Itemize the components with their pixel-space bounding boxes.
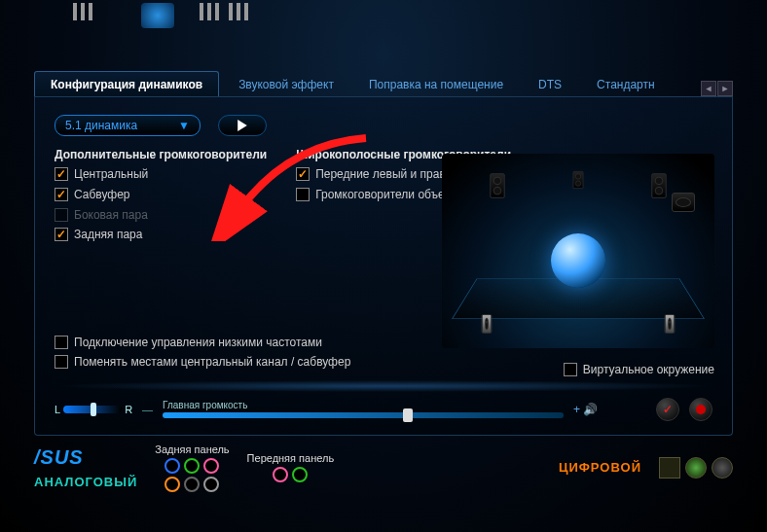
chk-rear-pair[interactable]: Задняя пара — [55, 228, 267, 243]
footer-btn-1[interactable] — [659, 457, 680, 479]
jack-front-green[interactable] — [292, 467, 308, 482]
chk-subwoofer[interactable]: Сабвуфер — [55, 188, 267, 203]
chk-center[interactable]: Центральный — [55, 167, 267, 183]
chk-virtual-surround[interactable]: Виртуальное окружение — [564, 363, 714, 378]
footer-btn-3[interactable] — [712, 457, 733, 479]
mode-analog[interactable]: АНАЛОГОВЫЙ — [34, 475, 137, 489]
asus-logo: /SUS — [34, 446, 137, 469]
balance-slider[interactable]: L R — [55, 404, 132, 415]
dropdown-value: 5.1 динамика — [65, 119, 137, 132]
tab-default[interactable]: Стандартн — [581, 72, 671, 96]
mode-digital[interactable]: ЦИФРОВОЙ — [559, 460, 641, 475]
tab-bar: Конфигурация динамиков Звуковой эффект П… — [34, 71, 733, 97]
jack-rear-blue[interactable] — [164, 458, 180, 474]
apply-button[interactable] — [656, 398, 679, 421]
chk-side-pair: Боковая пара — [55, 208, 267, 224]
tab-scroll-left[interactable]: ◄ — [701, 81, 716, 96]
additional-speakers-heading: Дополнительные громкоговорители — [55, 148, 267, 161]
viz-listener-orb — [551, 233, 605, 288]
tab-dts[interactable]: DTS — [523, 72, 577, 96]
tab-sound-effect[interactable]: Звуковой эффект — [223, 72, 349, 96]
main-volume-label: Главная громкость — [163, 400, 564, 410]
speaker-config-dropdown[interactable]: 5.1 динамика ▼ — [55, 115, 201, 136]
front-panel-label: Передняя панель — [247, 452, 335, 464]
settings-button[interactable] — [689, 398, 712, 421]
play-test-button[interactable] — [218, 115, 267, 136]
rear-panel-label: Задняя панель — [155, 443, 229, 455]
tab-speaker-config[interactable]: Конфигурация динамиков — [34, 71, 219, 96]
main-volume-slider[interactable] — [163, 412, 564, 418]
viz-speaker-front-right[interactable] — [651, 173, 666, 198]
footer-btn-2[interactable] — [685, 457, 707, 479]
viz-speaker-center[interactable] — [573, 171, 584, 189]
viz-speaker-rear-right[interactable] — [665, 314, 676, 334]
footer: /SUS АНАЛОГОВЫЙ Задняя панель Передняя п… — [34, 443, 733, 502]
tab-scroll-right[interactable]: ► — [717, 81, 733, 96]
main-panel: 5.1 динамика ▼ Дополнительные громкогово… — [34, 97, 733, 436]
viz-speaker-front-left[interactable] — [490, 173, 504, 198]
speaker-visualization — [442, 154, 714, 348]
viz-speaker-subwoofer[interactable] — [672, 193, 695, 212]
jack-rear-grey[interactable] — [203, 477, 219, 492]
jack-rear-green[interactable] — [184, 458, 200, 474]
speaker-icon: 🔊 — [583, 403, 598, 416]
tab-room-correction[interactable]: Поправка на помещение — [353, 72, 519, 96]
jack-rear-pink[interactable] — [203, 458, 219, 474]
chevron-down-icon: ▼ — [178, 119, 190, 132]
jack-rear-black[interactable] — [184, 477, 200, 492]
top-device-strip — [34, 24, 733, 53]
jack-rear-orange[interactable] — [164, 477, 180, 492]
jack-front-pink[interactable] — [273, 467, 288, 482]
viz-speaker-rear-left[interactable] — [482, 314, 493, 334]
